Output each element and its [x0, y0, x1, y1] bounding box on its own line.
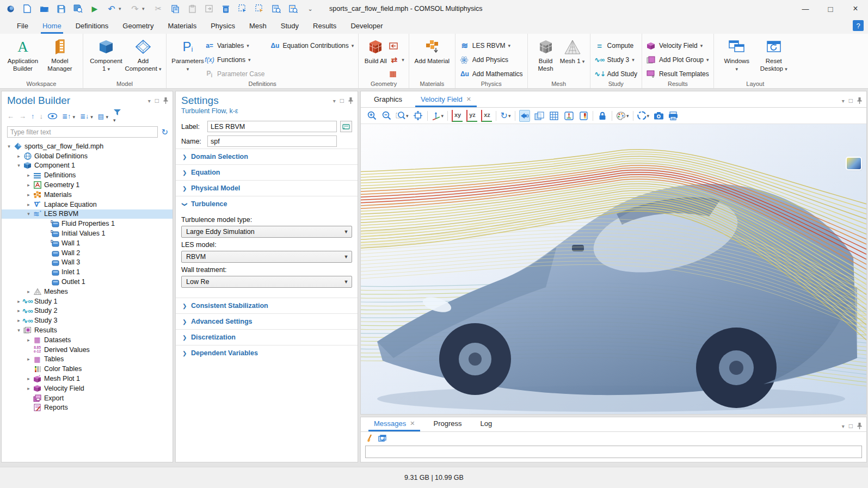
minimize-button[interactable]: —: [793, 0, 818, 17]
physics-interface-button[interactable]: ≋LES RBVM ▾: [460, 39, 523, 52]
clear-messages-icon[interactable]: [366, 434, 373, 442]
section-equation[interactable]: ❯Equation: [176, 164, 358, 180]
float-icon[interactable]: □: [340, 97, 344, 104]
tree-item-export[interactable]: Export: [2, 393, 173, 403]
grid-icon[interactable]: [549, 110, 559, 122]
tree-item-wall-2[interactable]: Wall 2: [2, 248, 173, 258]
save-button[interactable]: [56, 4, 66, 14]
tree-item-study-1[interactable]: ▸∿∞Study 1: [2, 296, 173, 306]
tree-item-derived-values[interactable]: 8.85e-12Derived Values: [2, 345, 173, 355]
zoom-out-icon[interactable]: [381, 110, 392, 122]
tree-item-initial-values-1[interactable]: DInitial Values 1: [2, 228, 173, 238]
transparency-icon[interactable]: [534, 110, 545, 122]
insert-sequence-button[interactable]: [389, 39, 404, 52]
tree-item-inlet-1[interactable]: Inlet 1: [2, 267, 173, 277]
reset-desktop-button[interactable]: Reset Desktop ▾: [755, 37, 792, 73]
color-legend-icon[interactable]: [578, 110, 589, 122]
move-up-icon[interactable]: ↑: [31, 112, 35, 120]
section-discretization[interactable]: ❯Discretization: [176, 329, 358, 345]
tab-results[interactable]: Results: [306, 17, 343, 34]
node-columns-icon[interactable]: ▤ ▾: [98, 113, 108, 120]
add-component-button[interactable]: Add Component ▾: [125, 37, 162, 73]
show-icon[interactable]: [48, 113, 57, 119]
open-file-button[interactable]: [39, 4, 49, 14]
float-icon[interactable]: □: [849, 97, 853, 104]
add-study-button[interactable]: ∿⇣Add Study: [595, 67, 637, 81]
tab-home[interactable]: Home: [35, 17, 69, 34]
back-icon[interactable]: ←: [7, 112, 14, 120]
build-mesh-button[interactable]: Build Mesh: [532, 37, 559, 73]
tree-item-reports[interactable]: Reports: [2, 403, 173, 413]
go-to-view-icon[interactable]: ▾: [432, 110, 444, 122]
tab-graphics-window[interactable]: Graphics: [368, 95, 408, 107]
section-consistent-stabilization[interactable]: ❯Consistent Stabilization: [176, 298, 358, 313]
scene-light-icon[interactable]: [519, 110, 530, 122]
zoom-in-icon[interactable]: [366, 110, 377, 122]
tab-velocity-field-window[interactable]: Velocity Field✕: [415, 95, 477, 107]
name-input[interactable]: [207, 135, 337, 147]
add-material-button[interactable]: Add Material: [414, 37, 451, 65]
add-mathematics-button[interactable]: ΔuAdd Mathematics: [460, 67, 523, 81]
pin-icon[interactable]: [857, 97, 862, 104]
tree-item-study-2[interactable]: ▸∿∞Study 2: [2, 306, 173, 316]
tree-filter-input[interactable]: [7, 126, 158, 138]
select-box-button[interactable]: [238, 4, 248, 14]
forward-icon[interactable]: →: [19, 112, 26, 120]
tab-mesh[interactable]: Mesh: [242, 17, 274, 34]
application-builder-button[interactable]: A Application Builder: [4, 37, 41, 73]
tab-developer[interactable]: Developer: [343, 17, 390, 34]
tree-item-color-tables[interactable]: Color Tables: [2, 364, 173, 374]
color-palette-icon[interactable]: ▾: [616, 110, 629, 122]
axis-indicator-icon[interactable]: [563, 110, 574, 122]
lock-icon[interactable]: [597, 110, 608, 122]
print-icon[interactable]: [668, 110, 679, 122]
close-button[interactable]: ×: [843, 0, 868, 17]
build-all-geometry-button[interactable]: Build All: [363, 37, 388, 65]
expand-icon[interactable]: ≣↓ ▾: [80, 113, 93, 120]
tree-item-mesh-plot-1[interactable]: ▸*Mesh Plot 1: [2, 374, 173, 384]
component-1-button[interactable]: Component 1 ▾: [88, 37, 125, 73]
tab-physics[interactable]: Physics: [204, 17, 242, 34]
tree-item-geometry-1[interactable]: ▸Geometry 1: [2, 180, 173, 190]
tree-item-fluid-properties-1[interactable]: DFluid Properties 1: [2, 219, 173, 228]
tab-study[interactable]: Study: [274, 17, 306, 34]
panel-menu-icon[interactable]: ▾: [148, 98, 151, 104]
plot-thumbnail-icon[interactable]: [847, 158, 861, 169]
parameters-button[interactable]: Pi Parameters▾: [171, 37, 205, 73]
tree-item-component-1[interactable]: ▾Component 1: [2, 161, 173, 171]
move-down-icon[interactable]: ↓: [40, 112, 44, 120]
panel-menu-icon[interactable]: ▾: [333, 98, 336, 104]
tab-log[interactable]: Log: [475, 419, 498, 431]
messages-output-field[interactable]: [365, 446, 862, 458]
redo-dropdown[interactable]: ▾: [142, 6, 146, 11]
paste-button[interactable]: [187, 4, 197, 14]
zoom-extents-icon[interactable]: [413, 110, 423, 122]
view-yz-icon[interactable]: yz: [466, 110, 477, 122]
section-domain-selection[interactable]: ❯Domain Selection: [176, 149, 358, 164]
view-xy-icon[interactable]: xy: [452, 110, 463, 122]
tab-geometry[interactable]: Geometry: [115, 17, 161, 34]
velocity-field-plot-button[interactable]: Velocity Field ▾: [647, 39, 709, 52]
delete-button[interactable]: [221, 4, 231, 14]
panel-menu-icon[interactable]: ▾: [842, 98, 845, 104]
cut-button[interactable]: ✂: [153, 4, 163, 14]
tree-item-meshes[interactable]: ▸Meshes: [2, 287, 173, 296]
tab-materials[interactable]: Materials: [161, 17, 204, 34]
tree-item-datasets[interactable]: ▸▦Datasets: [2, 335, 173, 345]
pin-icon[interactable]: [857, 423, 862, 429]
close-tab-icon[interactable]: ✕: [410, 420, 415, 427]
collapse-icon[interactable]: ≣↑ ▾: [62, 113, 75, 120]
section-dependent-variables[interactable]: ❯Dependent Variables: [176, 345, 358, 361]
les-model-select[interactable]: RBVM▼: [181, 251, 352, 263]
rotate-view-icon[interactable]: ↻▾: [500, 110, 511, 122]
maximize-button[interactable]: □: [818, 0, 843, 17]
turbulence-model-type-select[interactable]: Large Eddy Simulation▼: [181, 226, 352, 238]
tree-item-les-rbvm[interactable]: ▾≋*LES RBVM: [2, 209, 173, 219]
environment-reflections-icon[interactable]: ▾: [637, 110, 650, 122]
tree-item-definitions[interactable]: ▸Definitions: [2, 170, 173, 180]
tab-messages[interactable]: Messages✕: [368, 419, 420, 431]
run-button[interactable]: ▶: [90, 4, 100, 14]
windows-button[interactable]: Windows▾: [718, 37, 755, 73]
section-advanced-settings[interactable]: ❯Advanced Settings: [176, 313, 358, 329]
add-physics-button[interactable]: Add Physics: [460, 53, 523, 66]
